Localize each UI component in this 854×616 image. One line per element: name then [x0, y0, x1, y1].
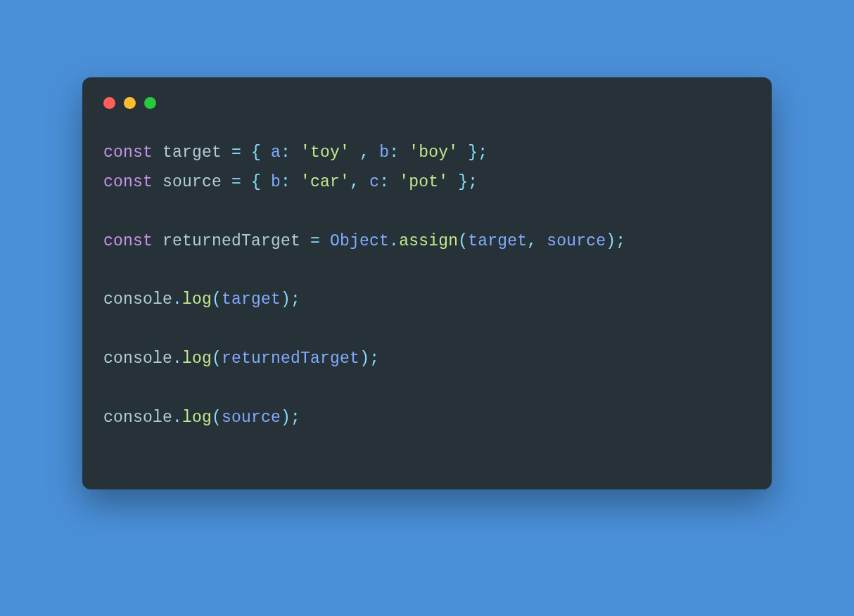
code-token: : [379, 173, 399, 191]
code-token: log [182, 349, 212, 368]
code-token: console [103, 290, 172, 309]
close-icon[interactable] [103, 97, 115, 109]
code-token: , [527, 232, 547, 250]
code-token: source [547, 232, 606, 250]
code-token: . [172, 290, 182, 309]
code-token: target [162, 143, 222, 162]
code-token: Object [330, 232, 389, 250]
code-token: source [162, 173, 222, 191]
code-token: ); [359, 349, 379, 368]
code-token: ( [212, 349, 222, 368]
code-token: ( [212, 409, 222, 427]
code-token [153, 173, 162, 191]
code-editor[interactable]: const target = { a: 'toy' , b: 'boy' }; … [103, 139, 751, 433]
code-token: }; [458, 143, 487, 162]
code-token: : [281, 173, 300, 191]
code-token: const [103, 173, 153, 191]
minimize-icon[interactable] [124, 97, 136, 109]
code-token: a [271, 143, 281, 162]
code-token: ); [281, 290, 300, 309]
code-token: { [251, 173, 271, 191]
code-token: console [103, 409, 172, 427]
code-token: { [251, 143, 271, 162]
code-token: . [389, 232, 399, 250]
code-window: const target = { a: 'toy' , b: 'boy' }; … [82, 77, 772, 489]
code-token: returnedTarget [162, 232, 300, 250]
code-token: log [182, 409, 212, 427]
code-token: console [103, 349, 172, 368]
code-token: c [369, 173, 379, 191]
code-token: }; [448, 173, 478, 191]
code-token: : [281, 143, 300, 162]
code-token [153, 143, 162, 162]
code-token: assign [399, 232, 458, 250]
code-token: target [468, 232, 527, 250]
code-token: = [300, 232, 330, 250]
code-token: returnedTarget [222, 349, 359, 368]
code-token: const [103, 232, 153, 250]
zoom-icon[interactable] [144, 97, 156, 109]
code-token: . [172, 349, 182, 368]
code-token: ); [281, 409, 300, 427]
code-token: source [222, 409, 281, 427]
window-titlebar [103, 97, 751, 109]
code-token: , [350, 173, 369, 191]
code-token: 'pot' [399, 173, 448, 191]
code-token: b [379, 143, 389, 162]
code-token: = [222, 143, 251, 162]
code-token: 'boy' [409, 143, 458, 162]
code-token: target [222, 290, 281, 309]
code-token: ( [458, 232, 468, 250]
code-token: . [172, 409, 182, 427]
code-token: const [103, 143, 153, 162]
code-token [153, 232, 162, 250]
code-token: ( [212, 290, 222, 309]
code-token: ); [606, 232, 625, 250]
code-token: 'toy' [300, 143, 350, 162]
code-token: b [271, 173, 281, 191]
code-token: , [350, 143, 379, 162]
code-token: 'car' [300, 173, 350, 191]
code-token: = [222, 173, 251, 191]
code-token: : [389, 143, 409, 162]
code-token: log [182, 290, 212, 309]
